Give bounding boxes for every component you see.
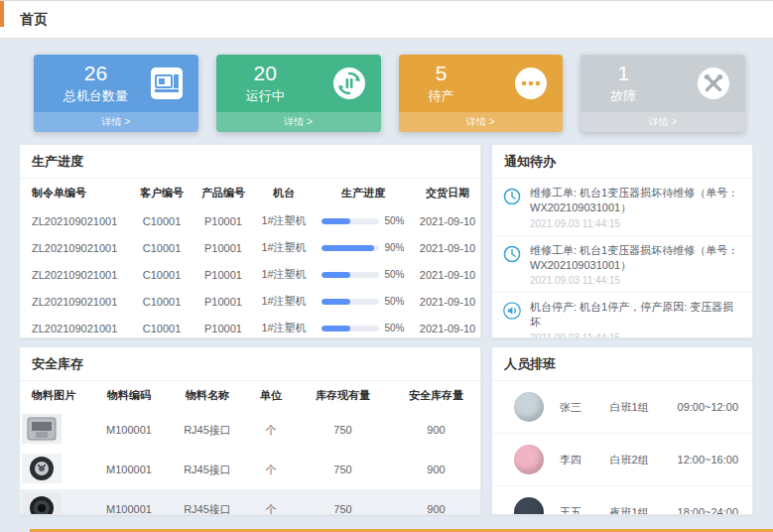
cell-unit: 个 xyxy=(246,489,296,515)
table-row: ZL202109021001 C10001 P10001 1#注塑机 50% 2… xyxy=(20,207,481,234)
cell-machine: 1#注塑机 xyxy=(254,315,314,338)
cell-product-no: P10001 xyxy=(193,234,254,261)
cell-customer-no: C10001 xyxy=(131,288,193,315)
stat-cards-row: 26 总机台数量 详情 > 20 运行中 xyxy=(0,39,773,144)
fault-tools-icon xyxy=(696,66,731,101)
stat-value: 5 xyxy=(429,62,454,84)
breadcrumb-home[interactable]: 首页 xyxy=(20,11,48,29)
cell-machine: 1#注塑机 xyxy=(254,207,314,234)
cell-customer-no: C10001 xyxy=(131,261,193,288)
col-customer-no: 客户编号 xyxy=(131,179,193,207)
cell-safety-stock: 900 xyxy=(390,410,481,450)
notification-text: 维修工单: 机台1变压器损坏待维修（单号：WX202109031001） xyxy=(530,243,742,273)
staff-time: 18:00~24:00 xyxy=(678,506,738,515)
table-row: ZL202109021001 C10001 P10001 1#注塑机 50% 2… xyxy=(20,261,481,288)
progress-percent: 50% xyxy=(384,269,404,280)
cell-current-stock: 750 xyxy=(296,410,390,450)
avatar xyxy=(514,392,544,422)
table-row: M100001 RJ45接口 个 750 900 xyxy=(20,489,481,515)
progress-bar xyxy=(322,326,379,332)
stat-label: 待产 xyxy=(429,87,454,105)
stat-text: 26 总机台数量 xyxy=(64,62,128,104)
production-table: 制令单编号 客户编号 产品编号 机台 生产进度 交货日期 ZL202109021… xyxy=(20,179,481,338)
notification-text: 机台停产: 机台1停产，停产原因: 变压器损坏 xyxy=(530,300,742,330)
notification-body: 维修工单: 机台1变压器损坏待维修（单号：WX202109031001） 202… xyxy=(530,243,742,287)
left-accent-bar xyxy=(0,1,4,27)
top-bar: 首页 xyxy=(0,1,773,39)
col-unit: 单位 xyxy=(246,381,296,410)
card-detail-link[interactable]: 详情 > xyxy=(216,112,381,132)
notification-body: 机台停产: 机台1停产，停产原因: 变压器损坏 2021.09.03 11:44… xyxy=(530,300,742,338)
progress-bar xyxy=(322,218,379,224)
cell-current-stock: 750 xyxy=(296,450,390,489)
progress-percent: 50% xyxy=(384,215,404,226)
staff-row: 李四 白班2组 12:00~16:00 xyxy=(492,434,752,486)
cell-unit: 个 xyxy=(246,410,296,450)
stat-label: 故障 xyxy=(610,87,636,105)
card-detail-link[interactable]: 详情 > xyxy=(34,112,198,132)
col-current-stock: 库存现有量 xyxy=(296,381,390,410)
cell-delivery-date: 2021-09-10 xyxy=(413,315,481,338)
col-progress: 生产进度 xyxy=(314,179,413,207)
staff-name: 王五 xyxy=(560,505,610,516)
stat-card-fault[interactable]: 1 故障 详情 > xyxy=(580,55,745,132)
cell-order-no: ZL202109021001 xyxy=(20,288,131,315)
stat-card-running[interactable]: 20 运行中 详情 > xyxy=(216,55,381,132)
progress-bar xyxy=(322,272,379,278)
cell-customer-no: C10001 xyxy=(131,234,193,261)
stat-label: 总机台数量 xyxy=(64,87,128,105)
clock-icon xyxy=(502,187,522,206)
stat-value: 1 xyxy=(610,62,636,84)
inventory-table: 物料图片 物料编码 物料名称 单位 库存现有量 安全库存量 xyxy=(20,381,481,515)
progress-fill xyxy=(322,245,373,251)
progress-percent: 50% xyxy=(384,323,404,333)
notification-item[interactable]: 维修工单: 机台1变压器损坏待维修（单号：WX202109031001） 202… xyxy=(492,179,752,236)
stat-card-waiting[interactable]: 5 待产 详情 > xyxy=(399,55,564,132)
cell-machine: 1#注塑机 xyxy=(254,261,314,288)
stat-text: 1 故障 xyxy=(610,62,636,104)
cell-safety-stock: 900 xyxy=(390,450,481,489)
cell-delivery-date: 2021-09-10 xyxy=(413,234,481,261)
cell-customer-no: C10001 xyxy=(131,315,193,338)
cell-material-code: M100001 xyxy=(89,450,169,489)
notification-item[interactable]: 机台停产: 机台1停产，停产原因: 变压器损坏 2021.09.03 11:44… xyxy=(492,293,752,338)
speaker-icon xyxy=(502,301,522,321)
cell-progress: 50% xyxy=(314,207,413,234)
notification-item[interactable]: 维修工单: 机台1变压器损坏待维修（单号：WX202109031001） 202… xyxy=(492,236,752,294)
stat-label: 运行中 xyxy=(246,87,285,105)
rj45-connector-photo xyxy=(22,414,62,446)
col-material-name: 物料名称 xyxy=(169,381,246,410)
progress-fill xyxy=(322,326,350,332)
cell-delivery-date: 2021-09-10 xyxy=(413,261,481,288)
cell-material-image xyxy=(20,489,89,515)
card-detail-link[interactable]: 详情 > xyxy=(580,112,745,132)
staff-time: 09:00~12:00 xyxy=(678,401,738,413)
panel-title-production: 生产进度 xyxy=(20,145,480,179)
stat-card-total-machines[interactable]: 26 总机台数量 详情 > xyxy=(34,55,198,132)
staff-time: 12:00~16:00 xyxy=(678,454,738,466)
card-detail-link[interactable]: 详情 > xyxy=(399,112,564,132)
waiting-icon xyxy=(513,66,549,101)
cell-order-no: ZL202109021001 xyxy=(20,234,131,261)
dashboard-grid: 生产进度 制令单编号 客户编号 产品编号 机台 生产进度 交货日期 ZL2021… xyxy=(19,144,754,515)
progress-bar xyxy=(322,299,379,305)
stat-value: 20 xyxy=(246,62,285,84)
cell-safety-stock: 900 xyxy=(390,489,481,515)
table-row: ZL202109021001 C10001 P10001 1#注塑机 50% 2… xyxy=(20,315,481,338)
stat-text: 20 运行中 xyxy=(246,62,285,104)
cell-machine: 1#注塑机 xyxy=(254,288,314,315)
safety-inventory-panel: 安全库存 物料图片 物料编码 物料名称 单位 库存现有量 安全库存量 xyxy=(19,346,481,515)
speaker-photo xyxy=(22,493,62,515)
col-delivery-date: 交货日期 xyxy=(413,179,481,207)
staff-shift: 白班1组 xyxy=(610,400,678,415)
staff-name: 张三 xyxy=(560,400,610,415)
cell-progress: 90% xyxy=(314,234,413,261)
cell-delivery-date: 2021-09-10 xyxy=(413,207,481,234)
cell-product-no: P10001 xyxy=(193,261,254,288)
panel-title-inventory: 安全库存 xyxy=(20,347,480,381)
cell-material-code: M100001 xyxy=(89,410,169,450)
cell-material-name: RJ45接口 xyxy=(169,410,246,450)
col-material-code: 物料编码 xyxy=(89,381,169,410)
panel-title-notifications: 通知待办 xyxy=(492,145,752,179)
machine-icon xyxy=(149,66,185,101)
